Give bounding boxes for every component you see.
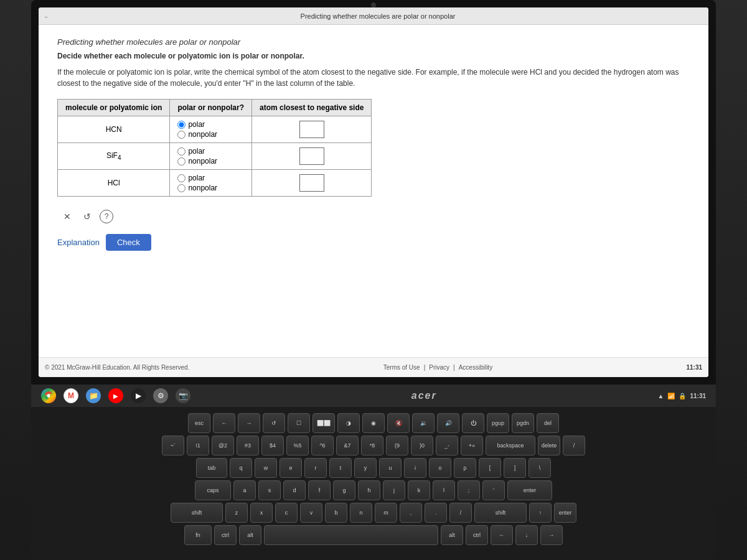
- key-5[interactable]: %5: [286, 436, 309, 455]
- key-m[interactable]: m: [375, 503, 397, 523]
- key-q[interactable]: q: [230, 458, 252, 478]
- help-button[interactable]: ?: [100, 210, 113, 223]
- key-arrow-up[interactable]: ↑: [529, 503, 552, 523]
- key-7[interactable]: &7: [336, 436, 359, 455]
- key-mute[interactable]: 🔇: [387, 413, 410, 433]
- key-6[interactable]: ^6: [311, 436, 334, 455]
- key-shift-left[interactable]: shift: [171, 503, 223, 523]
- nonpolar-radio-sif4[interactable]: nonpolar: [177, 157, 217, 166]
- key-t[interactable]: t: [329, 458, 352, 478]
- key-c[interactable]: c: [275, 503, 298, 523]
- key-n[interactable]: n: [350, 503, 372, 523]
- key-caps[interactable]: caps: [195, 480, 231, 500]
- key-arrow-right[interactable]: →: [540, 525, 563, 545]
- key-h[interactable]: h: [358, 480, 380, 500]
- key-back[interactable]: ←: [213, 413, 235, 433]
- key-i[interactable]: i: [404, 458, 426, 478]
- key-2[interactable]: @2: [212, 436, 234, 455]
- key-w[interactable]: w: [255, 458, 277, 478]
- key-slash[interactable]: /: [449, 503, 472, 523]
- key-b[interactable]: b: [325, 503, 347, 523]
- key-a[interactable]: a: [233, 480, 256, 500]
- polar-radio-hcl[interactable]: polar: [177, 174, 205, 182]
- key-lbracket[interactable]: [: [479, 458, 501, 478]
- key-g[interactable]: g: [333, 480, 355, 500]
- files-icon[interactable]: 📁: [86, 388, 101, 403]
- nonpolar-radio-hcl[interactable]: nonpolar: [177, 184, 217, 192]
- key-windows[interactable]: ⬜⬜: [312, 413, 335, 433]
- key-o[interactable]: o: [429, 458, 451, 478]
- key-ctrl-left[interactable]: ctrl: [214, 525, 237, 545]
- key-u[interactable]: u: [379, 458, 402, 478]
- key-4[interactable]: $4: [261, 436, 284, 455]
- explanation-button[interactable]: Explanation: [57, 238, 100, 247]
- undo-button[interactable]: ↺: [80, 209, 95, 224]
- key-comma[interactable]: ,: [400, 503, 422, 523]
- nonpolar-radio-hcn[interactable]: nonpolar: [177, 130, 217, 139]
- camera-icon[interactable]: 📷: [176, 388, 190, 403]
- key-y[interactable]: y: [354, 458, 377, 478]
- clear-button[interactable]: ✕: [60, 209, 75, 224]
- play-icon[interactable]: ▶: [131, 388, 146, 403]
- key-refresh[interactable]: ↺: [263, 413, 285, 433]
- key-r[interactable]: r: [304, 458, 327, 478]
- key-tab[interactable]: tab: [196, 458, 227, 478]
- terms-link[interactable]: Terms of Use: [383, 364, 420, 371]
- key-1[interactable]: !1: [187, 436, 209, 455]
- key-z[interactable]: z: [225, 503, 248, 523]
- key-p[interactable]: p: [454, 458, 476, 478]
- key-9[interactable]: (9: [386, 436, 408, 455]
- key-shift-right[interactable]: shift: [474, 503, 527, 523]
- gmail-icon[interactable]: M: [63, 388, 78, 403]
- chrome-icon[interactable]: [41, 388, 56, 403]
- key-brightness-down[interactable]: ◑: [337, 413, 360, 433]
- key-alt-left[interactable]: alt: [239, 525, 261, 545]
- key-delete[interactable]: delete: [538, 436, 560, 455]
- key-forward[interactable]: →: [238, 413, 260, 433]
- accessibility-link[interactable]: Accessibility: [459, 364, 492, 371]
- key-x[interactable]: x: [250, 503, 273, 523]
- key-3[interactable]: #3: [237, 436, 259, 455]
- polar-radio-hcn[interactable]: polar: [177, 120, 205, 129]
- key-enter[interactable]: enter: [507, 480, 552, 500]
- key-k[interactable]: k: [408, 480, 430, 500]
- atom-text-hcn[interactable]: [299, 121, 324, 138]
- atom-text-sif4[interactable]: [299, 147, 324, 165]
- key-rbracket[interactable]: ]: [504, 458, 526, 478]
- key-vol-up[interactable]: 🔊: [437, 413, 459, 433]
- key-d[interactable]: d: [283, 480, 306, 500]
- privacy-link[interactable]: Privacy: [429, 364, 449, 371]
- key-l[interactable]: l: [433, 480, 455, 500]
- key-equals[interactable]: +=: [461, 436, 483, 455]
- key-space[interactable]: [264, 525, 438, 545]
- key-semicolon[interactable]: ;: [458, 480, 480, 500]
- key-v[interactable]: v: [300, 503, 322, 523]
- check-button[interactable]: Check: [106, 234, 151, 251]
- key-brightness-up[interactable]: ◉: [362, 413, 385, 433]
- key-arrow-down[interactable]: ↓: [515, 525, 538, 545]
- key-quote[interactable]: ': [482, 480, 505, 500]
- key-pgdn[interactable]: pgdn: [512, 413, 534, 433]
- youtube-icon[interactable]: ▶: [108, 388, 123, 403]
- key-backtick[interactable]: ~`: [162, 436, 184, 455]
- key-arrow-left[interactable]: ←: [491, 525, 513, 545]
- key-backspace[interactable]: backspace: [486, 436, 535, 455]
- key-fullscreen[interactable]: ☐: [288, 413, 310, 433]
- key-del[interactable]: del: [537, 413, 559, 433]
- key-esc[interactable]: esc: [188, 413, 210, 433]
- key-power[interactable]: ⏻: [462, 413, 484, 433]
- key-s[interactable]: s: [258, 480, 281, 500]
- key-fwd-slash[interactable]: /: [563, 436, 585, 455]
- atom-input-hcl[interactable]: [252, 170, 372, 197]
- key-pgup[interactable]: pgup: [487, 413, 509, 433]
- gear-icon[interactable]: ⚙: [153, 388, 168, 403]
- polar-radio-sif4[interactable]: polar: [177, 147, 205, 156]
- key-e[interactable]: e: [280, 458, 302, 478]
- key-fn[interactable]: fn: [184, 525, 212, 545]
- key-enter2[interactable]: enter: [554, 503, 576, 523]
- key-vol-down[interactable]: 🔉: [412, 413, 435, 433]
- key-8[interactable]: *8: [361, 436, 383, 455]
- key-period[interactable]: .: [425, 503, 447, 523]
- key-ctrl-right[interactable]: ctrl: [466, 525, 488, 545]
- atom-input-hcn[interactable]: [252, 116, 372, 143]
